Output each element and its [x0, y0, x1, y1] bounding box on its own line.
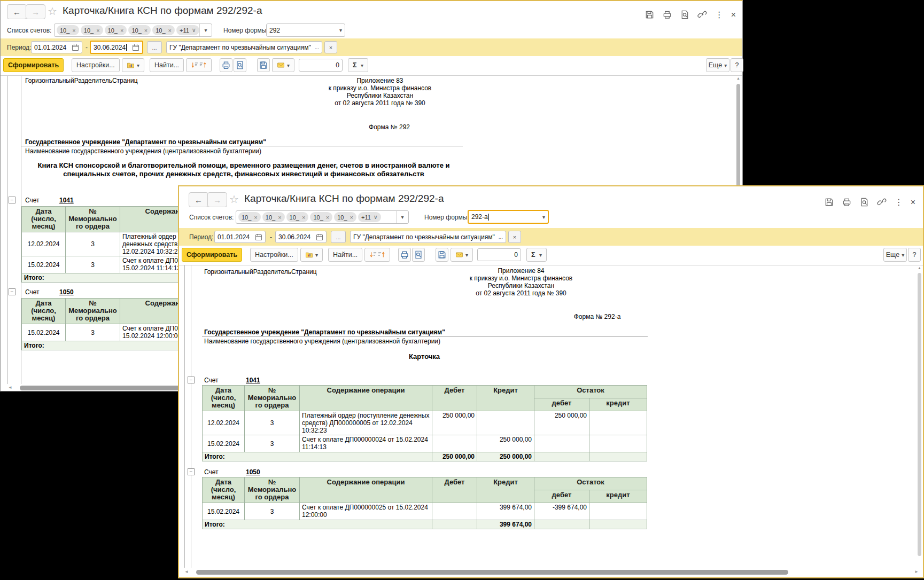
scrollbar-thumb[interactable] [196, 570, 788, 575]
kebab-menu-icon[interactable]: ⋮ [715, 10, 724, 20]
collapse-group-button[interactable]: − [188, 377, 195, 383]
scroll-left-icon[interactable]: ◄ [184, 569, 189, 574]
accounts-dropdown-button[interactable]: ▾ [199, 24, 212, 36]
print-icon[interactable] [662, 10, 672, 20]
organization-clear-button[interactable]: × [508, 231, 521, 243]
account-tag[interactable]: 10_× [81, 25, 103, 35]
print-preview-button[interactable] [412, 248, 425, 262]
accounts-dropdown-button[interactable]: ▾ [396, 211, 408, 223]
sort-buttons[interactable] [186, 58, 212, 72]
settings-button[interactable]: Настройки... [72, 58, 120, 72]
scroll-right-icon[interactable]: ► [914, 569, 919, 574]
close-icon[interactable]: × [731, 10, 736, 20]
help-button[interactable]: ? [908, 248, 921, 262]
counter-input[interactable]: 0 [477, 248, 521, 261]
account-tag[interactable]: 10_× [310, 212, 332, 222]
save-report-button[interactable] [436, 248, 448, 262]
more-tags-pill[interactable]: +11∨ [176, 25, 199, 35]
account-tag[interactable]: 10_× [57, 25, 79, 35]
form-number-input[interactable]: 292-а ▾ [468, 210, 549, 224]
collapse-group-button[interactable]: − [9, 288, 15, 295]
sort-ascending-icon[interactable] [377, 250, 385, 260]
report-variants-button[interactable]: ▾ [122, 58, 144, 72]
save-report-button[interactable] [257, 58, 270, 72]
send-mail-button[interactable]: ▾ [451, 248, 473, 262]
link-icon[interactable] [877, 197, 887, 207]
more-button[interactable]: Еще▾ [706, 58, 729, 72]
dropdown-icon[interactable]: ▾ [540, 214, 545, 220]
help-button[interactable]: ? [731, 58, 743, 72]
account-tag[interactable]: 10_× [152, 25, 175, 35]
form-number-input[interactable]: 292▾ [266, 23, 345, 37]
sort-descending-icon[interactable] [191, 60, 199, 70]
print-button[interactable] [220, 58, 232, 72]
counter-input[interactable]: 0 [299, 59, 343, 72]
settings-button[interactable]: Настройки... [250, 248, 298, 262]
forward-button[interactable]: → [26, 4, 45, 19]
scroll-up-icon[interactable]: ▲ [736, 76, 741, 80]
tag-close-icon[interactable]: × [326, 214, 329, 221]
calendar-icon[interactable] [314, 233, 323, 241]
tag-close-icon[interactable]: × [302, 214, 305, 221]
date-from-input[interactable]: 01.01.2024 [214, 231, 266, 243]
print-icon[interactable] [842, 197, 852, 207]
organization-input[interactable]: ГУ "Департамент по чрезвычайным ситуация… [350, 231, 506, 243]
tag-close-icon[interactable]: × [168, 27, 172, 34]
choose-icon[interactable]: ... [313, 44, 319, 50]
organization-clear-button[interactable]: × [324, 41, 337, 53]
account-tag[interactable]: 10_× [334, 212, 356, 222]
accounts-tag-field[interactable]: 10_× 10_× 10_× 10_× 10_× +11∨ ▾ [54, 23, 212, 37]
find-in-document-icon[interactable] [859, 197, 869, 207]
save-icon[interactable] [824, 197, 834, 207]
tag-close-icon[interactable]: × [144, 27, 147, 34]
forward-button[interactable]: → [207, 192, 227, 207]
more-tags-pill[interactable]: +11∨ [358, 212, 381, 222]
date-to-input[interactable]: 30.06.2024 [90, 41, 143, 54]
back-button[interactable]: ← [189, 192, 208, 207]
organization-input[interactable]: ГУ "Департамент по чрезвычайным ситуация… [166, 41, 322, 53]
period-options-button[interactable]: ... [331, 231, 346, 243]
tag-close-icon[interactable]: × [254, 214, 257, 221]
tag-close-icon[interactable]: × [278, 214, 281, 221]
sort-ascending-icon[interactable] [199, 60, 207, 70]
accounts-tag-field[interactable]: 10_× 10_× 10_× 10_× 10_× +11∨ ▾ [236, 210, 409, 224]
date-from-input[interactable]: 01.01.2024 [31, 41, 82, 53]
date-to-input[interactable]: 30.06.2024 [275, 231, 327, 243]
collapse-group-button[interactable]: − [188, 468, 195, 475]
report-variants-button[interactable]: ▾ [300, 248, 323, 262]
account-tag[interactable]: 10_× [286, 212, 309, 222]
collapse-group-button[interactable]: − [9, 197, 15, 203]
send-mail-button[interactable]: ▾ [272, 58, 294, 72]
horizontal-scrollbar[interactable]: ◄ ► [183, 569, 920, 576]
tag-close-icon[interactable]: × [350, 214, 353, 221]
calendar-icon[interactable] [69, 44, 79, 51]
tag-close-icon[interactable]: × [72, 27, 75, 34]
period-options-button[interactable]: ... [147, 41, 162, 53]
account-tag[interactable]: 10_× [128, 25, 151, 35]
account-tag[interactable]: 10_× [105, 25, 127, 35]
favorite-star-icon[interactable]: ☆ [229, 193, 239, 206]
find-in-document-icon[interactable] [680, 10, 690, 20]
tag-close-icon[interactable]: × [96, 27, 99, 34]
account-tag[interactable]: 10_× [238, 212, 261, 222]
favorite-star-icon[interactable]: ☆ [48, 5, 57, 18]
generate-button[interactable]: Сформировать [3, 58, 64, 72]
calendar-icon[interactable] [253, 233, 262, 241]
kebab-menu-icon[interactable]: ⋮ [895, 197, 903, 207]
scroll-up-icon[interactable]: ▲ [917, 266, 922, 270]
save-icon[interactable] [645, 10, 655, 20]
account-tag[interactable]: 10_× [262, 212, 285, 222]
scrollbar-thumb[interactable] [918, 273, 921, 556]
sort-buttons[interactable] [364, 248, 390, 262]
dropdown-icon[interactable]: ▾ [337, 27, 342, 33]
tag-close-icon[interactable]: × [120, 27, 123, 34]
find-button[interactable]: Найти... [328, 248, 362, 262]
link-icon[interactable] [697, 10, 708, 20]
more-button[interactable]: Еще▾ [883, 248, 907, 262]
sum-button[interactable]: Σ▾ [526, 248, 547, 262]
find-button[interactable]: Найти... [150, 58, 184, 72]
close-icon[interactable]: × [911, 197, 915, 207]
sort-descending-icon[interactable] [369, 250, 377, 260]
vertical-scrollbar[interactable]: ▲ [917, 266, 922, 566]
scroll-left-icon[interactable]: ◄ [8, 385, 12, 390]
